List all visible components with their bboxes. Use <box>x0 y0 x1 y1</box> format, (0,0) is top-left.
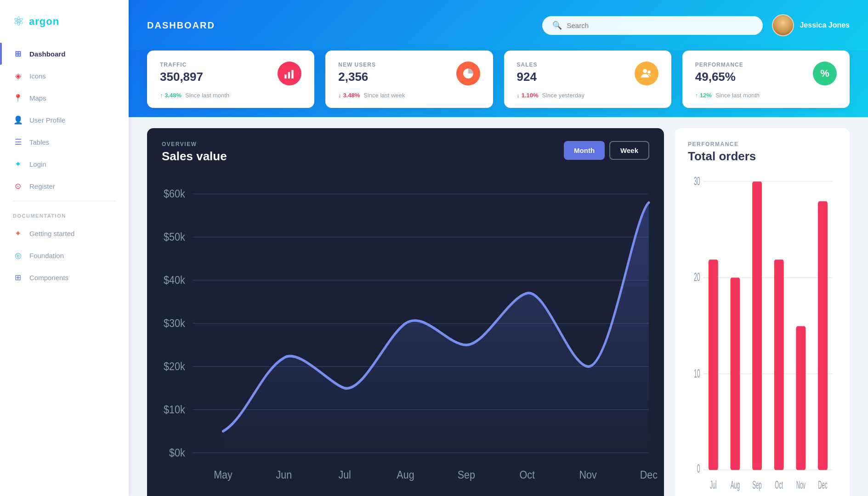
sidebar-item-foundation[interactable]: ◎ Foundation <box>0 244 129 266</box>
svg-text:Jul: Jul <box>710 479 717 491</box>
stat-icon-traffic <box>278 62 301 85</box>
svg-rect-37 <box>730 278 740 470</box>
search-icon: 🔍 <box>552 21 562 30</box>
stat-change-new-users: ↓ 3.48% <box>338 92 360 99</box>
logo-icon: ⚛ <box>13 14 24 29</box>
sidebar-item-tables[interactable]: ☰ Tables <box>0 131 129 153</box>
tables-icon: ☰ <box>13 137 23 147</box>
performance-label: PERFORMANCE <box>688 141 837 147</box>
sidebar-item-icons[interactable]: ◈ Icons <box>0 65 129 87</box>
svg-text:Oct: Oct <box>775 479 783 491</box>
sidebar-item-getting-started[interactable]: ✦ Getting started <box>0 222 129 244</box>
svg-text:Sep: Sep <box>752 479 761 491</box>
page-title: DASHBOARD <box>147 20 215 31</box>
sidebar: ⚛ argon ⊞ Dashboard ◈ Icons 📍 Maps 👤 Use… <box>0 0 129 496</box>
month-button[interactable]: Month <box>564 141 605 160</box>
svg-text:Jun: Jun <box>276 468 292 481</box>
svg-text:Aug: Aug <box>731 479 740 491</box>
week-button[interactable]: Week <box>609 141 649 160</box>
svg-text:Dec: Dec <box>818 479 827 491</box>
svg-rect-0 <box>284 74 286 79</box>
sidebar-item-label: Dashboard <box>29 50 65 58</box>
sidebar-item-label: Maps <box>29 94 46 102</box>
sidebar-item-label: Login <box>29 160 46 168</box>
stat-since-sales: Since yesterday <box>542 92 585 99</box>
svg-rect-39 <box>774 259 784 470</box>
stat-since-performance: Since last month <box>715 92 760 99</box>
stat-value-traffic: 350,897 <box>160 70 203 84</box>
sidebar-item-label: Icons <box>29 72 46 80</box>
svg-text:$40k: $40k <box>164 273 185 286</box>
user-profile-icon: 👤 <box>13 115 23 125</box>
register-icon: ⊙ <box>13 181 23 191</box>
sidebar-divider <box>13 201 116 201</box>
overview-header: OVERVIEW Sales value Month Week <box>147 128 664 163</box>
sidebar-item-label: Components <box>29 274 68 282</box>
header-right: 🔍 Jessica Jones <box>542 14 850 36</box>
stats-area: TRAFFIC 350,897 ↑ 3.48% Since last month <box>129 51 868 117</box>
sidebar-item-maps[interactable]: 📍 Maps <box>0 87 129 109</box>
stat-card-new-users: NEW USERS 2,356 ↓ 3.48% Since last week <box>325 51 493 108</box>
svg-rect-41 <box>818 201 828 470</box>
sales-line-chart: $60k $50k $40k $30k $20k $10k $0k May Ju… <box>147 168 664 496</box>
svg-text:30: 30 <box>694 175 700 187</box>
svg-text:10: 10 <box>694 367 700 380</box>
svg-text:$30k: $30k <box>164 316 185 329</box>
stat-card-performance: PERFORMANCE 49,65% % ↑ 12% Since last mo… <box>682 51 850 108</box>
logo: ⚛ argon <box>0 9 129 43</box>
svg-text:May: May <box>214 468 233 481</box>
svg-text:Jul: Jul <box>338 468 351 481</box>
svg-text:0: 0 <box>697 462 700 475</box>
stat-icon-performance: % <box>813 62 837 85</box>
svg-rect-40 <box>796 326 806 470</box>
overview-label: OVERVIEW <box>162 141 227 147</box>
sales-chart-area: $60k $50k $40k $30k $20k $10k $0k May Ju… <box>147 163 664 496</box>
sidebar-item-dashboard[interactable]: ⊞ Dashboard <box>0 43 129 65</box>
svg-text:Nov: Nov <box>579 468 597 481</box>
stat-card-traffic: TRAFFIC 350,897 ↑ 3.48% Since last month <box>147 51 314 108</box>
orders-bar-chart: 30 20 10 0 <box>688 163 837 496</box>
stat-since-traffic: Since last month <box>185 92 229 99</box>
stat-card-sales: SALES 924 ↓ 1.10% Since yesterday <box>504 51 671 108</box>
overview-buttons: Month Week <box>564 141 649 160</box>
header: DASHBOARD 🔍 Jessica Jones <box>129 0 868 51</box>
user-info: Jessica Jones <box>772 14 850 36</box>
avatar-image <box>773 15 793 35</box>
login-icon: ✦ <box>13 159 23 169</box>
svg-rect-36 <box>709 259 718 470</box>
svg-point-4 <box>643 69 647 73</box>
svg-rect-38 <box>752 181 762 470</box>
search-bar[interactable]: 🔍 <box>542 16 763 35</box>
stat-change-traffic: ↑ 3.48% <box>160 92 182 99</box>
stat-label-performance: PERFORMANCE <box>695 62 743 68</box>
stat-value-performance: 49,65% <box>695 70 743 84</box>
search-input[interactable] <box>567 22 753 29</box>
svg-text:Aug: Aug <box>397 468 414 481</box>
sidebar-item-login[interactable]: ✦ Login <box>0 153 129 175</box>
stat-icon-new-users <box>456 62 480 85</box>
sidebar-item-register[interactable]: ⊙ Register <box>0 175 129 197</box>
components-icon: ⊞ <box>13 272 23 282</box>
stat-value-sales: 924 <box>517 70 538 84</box>
sidebar-item-user-profile[interactable]: 👤 User Profile <box>0 109 129 131</box>
content-area: OVERVIEW Sales value Month Week <box>129 117 868 496</box>
stat-since-new-users: Since last week <box>363 92 405 99</box>
foundation-icon: ◎ <box>13 250 23 260</box>
performance-card: PERFORMANCE Total orders 30 20 10 0 <box>675 128 850 496</box>
getting-started-icon: ✦ <box>13 228 23 238</box>
stat-icon-sales <box>635 62 658 85</box>
performance-title: Total orders <box>688 149 837 163</box>
svg-text:$10k: $10k <box>164 403 185 416</box>
overview-title: Sales value <box>162 149 227 163</box>
svg-rect-2 <box>292 70 294 78</box>
sidebar-item-label: Tables <box>29 138 49 146</box>
dashboard-icon: ⊞ <box>13 49 23 59</box>
logo-text: argon <box>29 16 59 28</box>
sidebar-item-components[interactable]: ⊞ Components <box>0 266 129 288</box>
svg-text:Sep: Sep <box>458 468 475 481</box>
main-content: DASHBOARD 🔍 Jessica Jones TRAFFIC <box>129 0 868 496</box>
stat-label-new-users: NEW USERS <box>338 62 376 68</box>
overview-card: OVERVIEW Sales value Month Week <box>147 128 664 496</box>
svg-text:Nov: Nov <box>796 479 806 491</box>
svg-text:$0k: $0k <box>169 446 185 459</box>
